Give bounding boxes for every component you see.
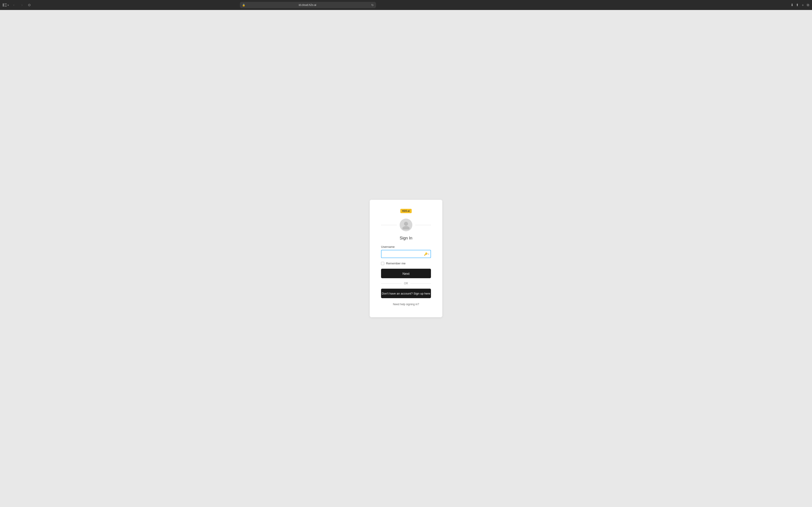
remember-me-section: Remember me: [381, 262, 431, 265]
download-icon[interactable]: ⬇: [791, 3, 794, 7]
url-display: id.cloud.h2o.ai: [247, 3, 368, 7]
signup-button[interactable]: Don't have an account? Sign up here: [381, 289, 431, 298]
sign-in-title: Sign In: [400, 236, 412, 240]
credential-icon[interactable]: 🔑▾: [424, 252, 429, 256]
svg-rect-3: [4, 6, 7, 7]
svg-rect-0: [3, 3, 4, 7]
username-input-wrapper: 🔑▾: [381, 250, 431, 258]
svg-rect-2: [4, 5, 7, 5]
share-icon[interactable]: ⬆: [796, 3, 799, 7]
tabs-icon[interactable]: ⧉: [807, 3, 809, 7]
username-group: Username 🔑▾: [381, 245, 431, 258]
svg-rect-1: [4, 3, 7, 4]
remember-me-label[interactable]: Remember me: [386, 262, 406, 265]
browser-actions: ⬇ ⬆ ＋ ⧉: [791, 3, 809, 7]
username-label: Username: [381, 245, 431, 248]
svg-point-4: [404, 222, 408, 226]
shield-icon: ⊙: [28, 3, 31, 7]
or-divider: OR: [381, 282, 431, 285]
or-line-left: [381, 283, 402, 284]
user-avatar-icon: [401, 220, 411, 229]
or-line-right: [410, 283, 431, 284]
login-card: H2O.ai Sign In Username 🔑▾: [370, 200, 442, 317]
next-button[interactable]: Next: [381, 269, 431, 278]
browser-chrome: ▾ ‹ › ⊙ 🔒 id.cloud.h2o.ai ↻ ⬇ ⬆ ＋ ⧉: [0, 0, 812, 10]
address-bar[interactable]: 🔒 id.cloud.h2o.ai ↻: [240, 2, 376, 8]
remember-me-checkbox[interactable]: [381, 262, 384, 265]
page-content: H2O.ai Sign In Username 🔑▾: [0, 10, 812, 507]
new-tab-icon[interactable]: ＋: [801, 3, 805, 7]
logo-badge: H2O.ai: [400, 209, 411, 213]
svg-point-5: [402, 226, 410, 229]
lock-icon: 🔒: [242, 4, 245, 7]
avatar: [400, 219, 412, 231]
back-button[interactable]: ‹: [11, 2, 17, 8]
help-link[interactable]: Need help signing in?: [393, 303, 419, 306]
forward-button[interactable]: ›: [19, 2, 25, 8]
sidebar-toggle[interactable]: ▾: [3, 3, 9, 7]
avatar-section: [381, 219, 431, 231]
username-input[interactable]: [381, 250, 431, 258]
or-text: OR: [404, 282, 408, 285]
refresh-button[interactable]: ↻: [371, 3, 374, 7]
